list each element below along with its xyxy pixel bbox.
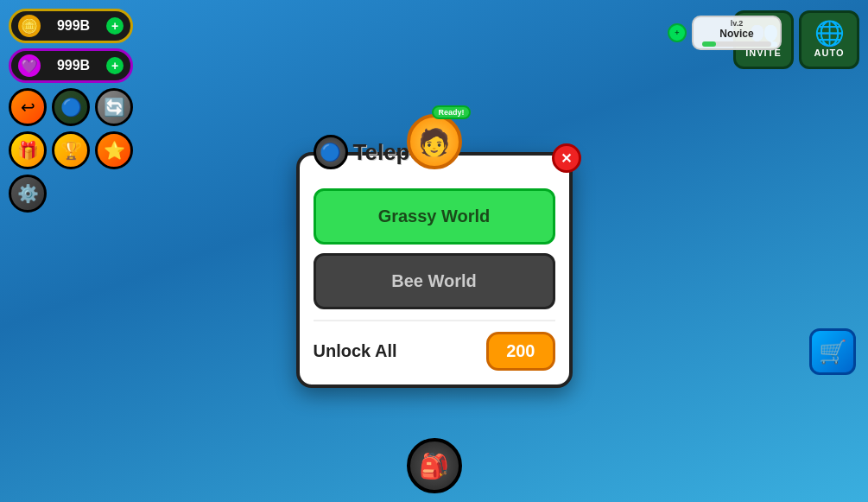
grassy-world-button[interactable]: Grassy World <box>314 188 555 245</box>
backpack-icon: 🎒 <box>419 452 449 480</box>
world-list: Grassy World Bee World <box>314 188 555 309</box>
modal-overlay: 🧑 Ready! 🔵 Teleport ✕ Grassy World Bee W… <box>0 0 868 502</box>
bee-world-button[interactable]: Bee World <box>314 253 555 309</box>
backpack-button[interactable]: 🎒 <box>407 438 462 493</box>
unlock-price-button[interactable]: 200 <box>486 332 554 371</box>
modal-container: 🧑 Ready! 🔵 Teleport ✕ Grassy World Bee W… <box>296 114 573 388</box>
teleport-modal: 🔵 Teleport ✕ Grassy World Bee World Unlo… <box>296 152 573 388</box>
close-icon: ✕ <box>561 150 572 167</box>
modal-close-button[interactable]: ✕ <box>552 143 581 173</box>
modal-top-icon-area: 🧑 Ready! <box>407 114 462 169</box>
bottom-center-area: 🎒 <box>407 438 462 493</box>
modal-footer: Unlock All 200 <box>314 320 555 371</box>
unlock-all-label: Unlock All <box>314 341 397 361</box>
ready-badge: Ready! <box>432 105 470 119</box>
teleport-header-icon: 🔵 <box>314 135 348 169</box>
